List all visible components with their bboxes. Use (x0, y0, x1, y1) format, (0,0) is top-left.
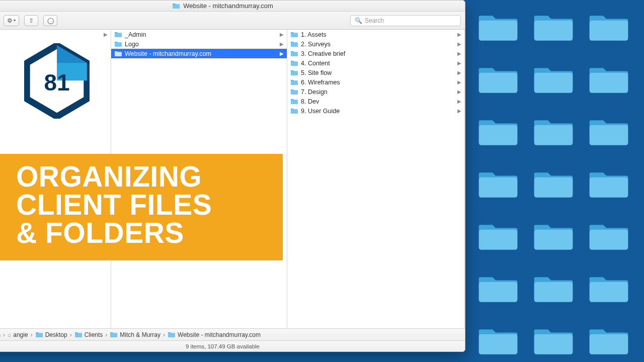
svg-rect-38 (168, 333, 175, 338)
breadcrumb-label: Mitch & Murray (120, 331, 160, 338)
tags-button[interactable]: ◯ (43, 15, 57, 26)
list-item[interactable]: 5. Site flow▶ (287, 68, 464, 77)
svg-rect-21 (173, 5, 180, 9)
folder-icon (589, 10, 629, 50)
chevron-right-icon: ▶ (104, 32, 108, 37)
svg-rect-12 (479, 230, 518, 250)
share-button[interactable]: ⇧ (24, 15, 38, 26)
folder-icon (533, 324, 574, 362)
finder-column-2[interactable]: 1. Assets▶ 2. Surveys▶ 3. Creative brief… (287, 30, 465, 328)
svg-rect-35 (36, 333, 43, 338)
chevron-right-icon: ▶ (280, 51, 284, 56)
svg-rect-23 (115, 43, 122, 47)
folder-icon (533, 219, 574, 259)
chevron-right-icon: ▶ (457, 41, 461, 47)
folder-icon (589, 115, 629, 155)
breadcrumb[interactable]: Clients (74, 331, 103, 338)
list-item[interactable]: 9. User Guide▶ (287, 106, 464, 116)
list-item[interactable]: _Admin▶ (111, 30, 287, 39)
decorative-folder-grid (478, 10, 629, 362)
item-label: 8. Dev (301, 98, 455, 105)
svg-rect-8 (590, 125, 628, 145)
svg-rect-18 (479, 334, 518, 354)
folder-icon (290, 69, 298, 76)
svg-rect-11 (590, 177, 628, 198)
list-item[interactable]: 3. Creative brief▶ (287, 49, 464, 58)
list-item[interactable]: 8. Dev▶ (287, 97, 464, 106)
folder-icon (290, 60, 298, 66)
svg-rect-29 (291, 71, 298, 76)
svg-rect-7 (534, 125, 573, 145)
folder-icon (478, 10, 518, 50)
breadcrumb-separator: › (70, 331, 72, 338)
folder-icon (290, 50, 298, 57)
window-title: Website - mitchandmurray.com (183, 2, 273, 10)
list-item[interactable]: 4. Content▶ (287, 58, 464, 68)
folder-icon (589, 324, 629, 362)
folder-icon (533, 62, 574, 103)
svg-rect-2 (590, 21, 628, 41)
item-label: 4. Content (301, 60, 455, 67)
list-item[interactable]: 6. Wireframes▶ (287, 77, 464, 87)
svg-rect-1 (534, 21, 573, 41)
chevron-down-icon: ▾ (14, 18, 16, 23)
folder-icon (478, 219, 518, 259)
svg-rect-4 (534, 73, 573, 93)
folder-icon (478, 324, 518, 362)
svg-rect-24 (115, 52, 122, 57)
path-bar[interactable]: rs›⌂angie› Desktop› Clients› Mitch & Mur… (0, 328, 465, 340)
folder-icon (290, 98, 298, 105)
folder-icon (290, 79, 298, 85)
svg-rect-14 (590, 230, 628, 250)
chevron-right-icon: ▶ (457, 70, 461, 75)
item-label: Logo (125, 41, 278, 48)
gear-icon: ⚙ (7, 17, 13, 24)
title-banner: ORGANIZING CLIENT FILES & FOLDERS (0, 154, 283, 260)
list-item[interactable]: ▶ (0, 30, 111, 39)
status-text: 9 items, 107.49 GB available (186, 343, 260, 349)
folder-icon (114, 50, 122, 57)
folder-icon (589, 167, 629, 207)
svg-rect-13 (534, 230, 573, 250)
folder-icon (290, 31, 298, 38)
svg-rect-3 (479, 73, 518, 93)
chevron-right-icon: ▶ (457, 89, 461, 95)
svg-rect-19 (534, 334, 573, 354)
svg-rect-6 (479, 125, 518, 145)
list-item[interactable]: Logo▶ (111, 39, 287, 49)
list-item[interactable]: 2. Surveys▶ (287, 39, 464, 49)
folder-icon (290, 108, 298, 114)
svg-rect-5 (590, 73, 628, 93)
item-label: _Admin (125, 31, 278, 38)
window-titlebar[interactable]: Website - mitchandmurray.com (0, 1, 465, 12)
status-bar: 9 items, 107.49 GB available (0, 340, 465, 351)
share-icon: ⇧ (29, 17, 34, 24)
item-label: 1. Assets (301, 31, 455, 38)
svg-rect-16 (534, 282, 573, 302)
breadcrumb[interactable]: Desktop (35, 331, 67, 338)
folder-icon (478, 272, 518, 312)
folder-icon (478, 167, 518, 207)
svg-rect-22 (115, 33, 122, 38)
chevron-right-icon: ▶ (280, 41, 284, 47)
svg-rect-0 (479, 21, 518, 41)
search-input[interactable]: 🔍 Search (350, 15, 461, 26)
item-label: 7. Design (301, 88, 455, 96)
breadcrumb[interactable]: ⌂angie (8, 331, 28, 338)
breadcrumb-separator: › (163, 331, 165, 338)
folder-icon (533, 10, 574, 50)
folder-icon (589, 62, 629, 103)
svg-rect-20 (590, 334, 628, 354)
breadcrumb[interactable]: rs (0, 331, 1, 338)
folder-icon (168, 331, 176, 338)
list-item[interactable]: Website - mitchandmurray.com▶ (111, 49, 287, 58)
breadcrumb[interactable]: Website - mitchandmurray.com (168, 331, 261, 338)
svg-rect-31 (291, 90, 298, 95)
chevron-right-icon: ▶ (457, 51, 461, 56)
chevron-right-icon: ▶ (457, 32, 461, 37)
list-item[interactable]: 7. Design▶ (287, 87, 464, 97)
list-item[interactable]: 1. Assets▶ (287, 30, 464, 39)
action-gear-button[interactable]: ⚙ ▾ (4, 15, 19, 26)
folder-icon (533, 272, 574, 312)
breadcrumb[interactable]: Mitch & Murray (110, 331, 160, 338)
